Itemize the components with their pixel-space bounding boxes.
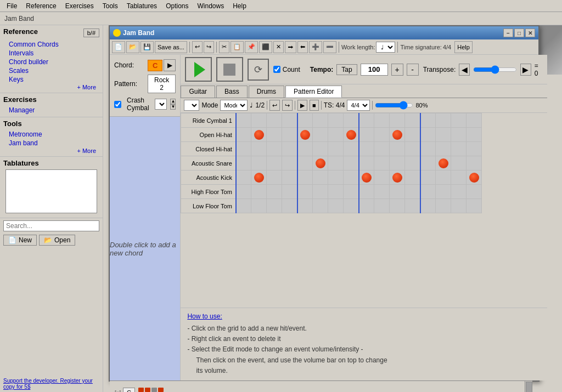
grid-cell[interactable] (236, 128, 251, 142)
grid-cell[interactable] (344, 113, 359, 128)
pt-undo-button[interactable]: ↩ (269, 100, 280, 111)
grid-cell[interactable] (297, 113, 313, 128)
menu-file[interactable]: File (2, 1, 21, 11)
grid-cell[interactable] (374, 185, 390, 199)
paste-button[interactable]: 📌 (245, 41, 258, 53)
grid-cell[interactable] (282, 185, 297, 199)
grid-cell[interactable] (328, 142, 344, 156)
grid-cell[interactable] (390, 142, 405, 156)
grid-cell[interactable] (251, 128, 267, 142)
grid-cell[interactable] (420, 185, 436, 199)
sidebar-item-scales[interactable]: Scales (3, 66, 99, 75)
add-chord-area[interactable]: Double click to add a new chord (110, 116, 180, 380)
transpose-left-button[interactable]: ◀ (459, 64, 470, 76)
save-file-button[interactable]: 💾 (140, 41, 154, 53)
grid-cell[interactable] (251, 171, 267, 185)
menu-reference[interactable]: Reference (21, 1, 60, 11)
grid-cell[interactable] (313, 171, 328, 185)
grid-cell[interactable] (297, 142, 313, 156)
grid-cell[interactable] (344, 171, 359, 185)
sidebar-item-common-chords[interactable]: Common Chords (3, 40, 99, 49)
remove-button[interactable]: ✕ (273, 41, 284, 53)
grid-cell[interactable] (374, 128, 390, 142)
grid-cell[interactable] (313, 128, 328, 142)
grid-cell[interactable] (328, 113, 344, 128)
grid-cell[interactable] (282, 128, 297, 142)
grid-cell[interactable] (313, 185, 328, 199)
grid-cell[interactable] (359, 113, 374, 128)
grid-cell[interactable] (313, 142, 328, 156)
grid-cell[interactable] (390, 128, 405, 142)
play-button[interactable] (185, 57, 212, 82)
crash-select[interactable] (155, 99, 167, 110)
grid-cell[interactable] (374, 142, 390, 156)
tb-btn5[interactable]: ⬛ (259, 41, 272, 53)
grid-cell[interactable] (359, 199, 374, 213)
undo-button[interactable]: ↩ (192, 41, 203, 53)
tempo-input[interactable]: 100 (361, 64, 388, 76)
tempo-minus-button[interactable]: - (407, 64, 419, 76)
grid-cell[interactable] (390, 171, 405, 185)
grid-cell[interactable] (236, 142, 251, 156)
grid-cell[interactable] (405, 128, 420, 142)
grid-cell[interactable] (374, 113, 390, 128)
grid-cell[interactable] (467, 113, 482, 128)
grid-cell[interactable] (420, 128, 436, 142)
grid-cell[interactable] (267, 142, 282, 156)
grid-cell[interactable] (436, 171, 451, 185)
grid-cell[interactable] (359, 142, 374, 156)
grid-cell[interactable] (451, 113, 467, 128)
grid-cell[interactable] (251, 156, 267, 171)
pt-play-button[interactable]: ▶ (297, 100, 307, 111)
grid-cell[interactable] (359, 128, 374, 142)
grid-cell[interactable] (344, 142, 359, 156)
grid-cell[interactable] (467, 142, 482, 156)
grid-cell[interactable] (344, 128, 359, 142)
grid-cell[interactable] (405, 171, 420, 185)
grid-cell[interactable] (436, 199, 451, 213)
grid-cell[interactable] (328, 171, 344, 185)
grid-cell[interactable] (420, 171, 436, 185)
grid-cell[interactable] (467, 156, 482, 171)
grid-cell[interactable] (313, 156, 328, 171)
reference-more-link[interactable]: + More (3, 84, 99, 90)
grid-cell[interactable] (328, 199, 344, 213)
grid-cell[interactable] (420, 199, 436, 213)
grid-cell[interactable] (390, 113, 405, 128)
grid-cell[interactable] (436, 142, 451, 156)
grid-cell[interactable] (313, 199, 328, 213)
crash-up-button[interactable]: ▲ (170, 99, 176, 104)
sidebar-item-manager[interactable]: Manager (3, 106, 99, 115)
pt-stop-button[interactable]: ■ (310, 100, 319, 111)
grid-cell[interactable] (467, 199, 482, 213)
minimize-button[interactable]: − (503, 29, 513, 37)
stop-button[interactable] (216, 57, 243, 82)
grid-cell[interactable] (390, 185, 405, 199)
grid-cell[interactable] (436, 113, 451, 128)
loop-button[interactable]: ⟳ (248, 59, 269, 81)
chord-display[interactable]: C (148, 60, 162, 71)
tb-btn6[interactable]: ⮕ (285, 41, 296, 53)
redo-button[interactable]: ↪ (204, 41, 214, 53)
grid-cell[interactable] (405, 113, 420, 128)
grid-cell[interactable] (282, 156, 297, 171)
grid-cell[interactable] (344, 185, 359, 199)
grid-cell[interactable] (390, 199, 405, 213)
grid-cell[interactable] (451, 128, 467, 142)
tab-pattern-editor[interactable]: Pattern Editor (285, 86, 342, 98)
transpose-right-button[interactable]: ▶ (520, 64, 531, 76)
grid-cell[interactable] (236, 171, 251, 185)
grid-cell[interactable] (251, 185, 267, 199)
grid-cell[interactable] (451, 156, 467, 171)
grid-cell[interactable] (451, 199, 467, 213)
grid-cell[interactable] (344, 199, 359, 213)
grid-cell[interactable] (267, 199, 282, 213)
grid-cell[interactable] (451, 185, 467, 199)
grid-cell[interactable] (467, 171, 482, 185)
grid-cell[interactable] (374, 199, 390, 213)
mode-select[interactable]: Mode (220, 100, 248, 111)
search-input[interactable] (3, 220, 99, 231)
grid-cell[interactable] (297, 185, 313, 199)
grid-cell[interactable] (251, 113, 267, 128)
crash-checkbox[interactable] (114, 101, 121, 108)
